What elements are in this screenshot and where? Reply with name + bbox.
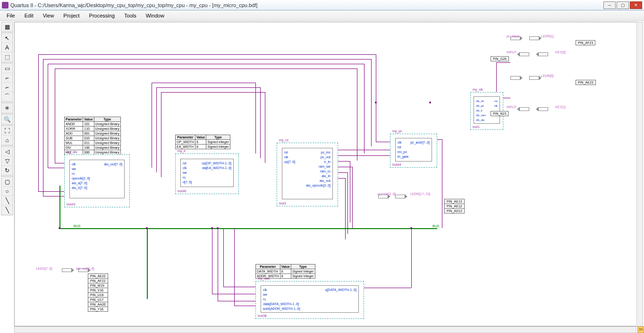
pin-group-right: PIN_AE13 PIN_AE12 PIN_AD12 bbox=[444, 199, 465, 213]
pin-group-left: PIN_AE22 PIN_AF22 PIN_W19 PIN_V18 PIN_U1… bbox=[88, 273, 108, 312]
wire bbox=[338, 155, 390, 156]
ir-param-table: ParameterValueType OP_WIDTH8Signed Integ… bbox=[175, 135, 230, 149]
menubar: File Edit View Project Processing Tools … bbox=[0, 10, 644, 21]
wire bbox=[437, 139, 442, 140]
line-tool[interactable]: ╲ bbox=[1, 196, 13, 205]
menu-file[interactable]: File bbox=[2, 13, 20, 18]
dline-tool[interactable]: ╲ bbox=[1, 205, 13, 215]
node bbox=[375, 102, 377, 103]
wire bbox=[223, 287, 255, 287]
tool-icon-button[interactable]: ▦ bbox=[1, 22, 13, 32]
circle-tool[interactable]: ○ bbox=[1, 187, 13, 196]
schematic-canvas[interactable]: ParameterValueType ANDD101Unsigned Binar… bbox=[15, 22, 643, 326]
wire bbox=[234, 306, 255, 306]
close-button[interactable]: ✕ bbox=[630, 1, 642, 9]
fit-tool[interactable]: ⛶ bbox=[1, 126, 13, 136]
input-pin-icon bbox=[529, 107, 548, 111]
pc-block[interactable]: my_pc clk rst inc_pc tri_gate pc_addr[7.… bbox=[390, 134, 437, 168]
wire bbox=[364, 64, 364, 154]
ledr1-label: LEDR[1] bbox=[541, 34, 553, 38]
arc-tool[interactable]: ⌒ bbox=[1, 92, 13, 102]
key1-label: KEY[1] bbox=[555, 105, 566, 109]
node bbox=[429, 102, 431, 103]
wire bbox=[161, 92, 265, 93]
output-pin-icon bbox=[510, 76, 529, 80]
diag-line-tool[interactable]: ⌐ bbox=[1, 83, 13, 92]
vertical-scrollbar[interactable] bbox=[636, 22, 643, 326]
rotate-tool[interactable]: ↻ bbox=[1, 166, 13, 175]
opcode-label: opcode[2..0] bbox=[377, 192, 396, 196]
wire bbox=[338, 178, 345, 179]
aluout-label: alu_out[7..0] bbox=[76, 267, 94, 270]
side-toolbar: ▦ ↖ A ⬚ ▭ ⌐ ⌐ ⌒ ✳ 🔍 ⛶ ⌂ ◁ ▽ ↻ ▢ ○ ╲ ╲ bbox=[1, 22, 13, 215]
pin-g26: PIN_G26 bbox=[491, 56, 509, 61]
wire bbox=[223, 228, 224, 287]
key0-label: KEY[0] bbox=[555, 51, 566, 54]
menu-tools[interactable]: Tools bbox=[119, 13, 141, 18]
bus-wire bbox=[59, 228, 437, 229]
wire bbox=[357, 68, 357, 161]
flip-h-tool[interactable]: ◁ bbox=[1, 147, 13, 156]
bus-wire bbox=[59, 186, 60, 228]
wire bbox=[218, 228, 218, 301]
zoom-target-icon[interactable]: ✳ bbox=[1, 103, 13, 113]
menu-edit[interactable]: Edit bbox=[20, 13, 38, 18]
ledr0-label: LEDR[0] bbox=[541, 74, 553, 77]
maximize-button[interactable]: ▢ bbox=[617, 1, 629, 9]
wire bbox=[345, 178, 346, 239]
pin-af23: PIN_AF23 bbox=[576, 40, 595, 45]
wire bbox=[152, 83, 255, 83]
wire bbox=[55, 68, 55, 163]
wire bbox=[152, 83, 152, 168]
node bbox=[410, 227, 412, 229]
alu-block[interactable]: my_alu clk we ro opcode[2..0] alu_a[7..0… bbox=[64, 154, 130, 207]
window-title: Quartus II - C:/Users/Karma_wjc/Desktop/… bbox=[10, 2, 257, 8]
ledg-label: LEDG[7..0] bbox=[36, 267, 52, 270]
wire bbox=[338, 150, 390, 150]
pointer-tool[interactable]: ↖ bbox=[1, 34, 13, 43]
wire bbox=[364, 288, 411, 288]
text-tool[interactable]: A bbox=[1, 43, 13, 52]
cc-block[interactable]: my_cc rst clk op[7..0] pc_inc pc_out ir_… bbox=[277, 143, 338, 206]
menu-view[interactable]: View bbox=[38, 13, 59, 18]
wire bbox=[442, 139, 442, 228]
corner-indicator: 35 bbox=[637, 326, 644, 333]
ir-block[interactable]: my_ir rst clk we ro d[7..0] op[OP_WIDTH-… bbox=[175, 154, 239, 194]
flip-v-tool[interactable]: ▽ bbox=[1, 156, 13, 166]
pin-n23: PIN_N23 bbox=[491, 111, 508, 116]
wire bbox=[161, 92, 161, 177]
wire bbox=[338, 167, 352, 167]
menu-window[interactable]: Window bbox=[141, 13, 169, 18]
bus-wire bbox=[147, 228, 148, 299]
wire bbox=[55, 163, 64, 163]
menu-project[interactable]: Project bbox=[59, 13, 84, 18]
home-tool[interactable]: ⌂ bbox=[1, 136, 13, 145]
wire bbox=[411, 228, 412, 288]
node bbox=[146, 227, 148, 229]
wire bbox=[43, 59, 371, 60]
input-label: INPUT bbox=[507, 51, 517, 54]
wire bbox=[43, 196, 64, 196]
zoom-tool[interactable]: 🔍 bbox=[1, 115, 13, 124]
pcinput-label: pc_input bbox=[507, 34, 519, 38]
wire bbox=[156, 87, 260, 88]
symbol-tool[interactable]: ⬚ bbox=[1, 52, 13, 62]
box-tool[interactable]: ▢ bbox=[1, 177, 13, 187]
grid: ParameterValueType ANDD101Unsigned Binar… bbox=[15, 22, 643, 326]
wire bbox=[352, 167, 353, 228]
pin-ae23: PIN_AE23 bbox=[576, 80, 596, 85]
titlebar: Quartus II - C:/Users/Karma_wjc/Desktop/… bbox=[0, 0, 644, 10]
wire bbox=[55, 68, 357, 69]
node bbox=[59, 227, 60, 229]
menu-processing[interactable]: Processing bbox=[85, 13, 119, 18]
input-pin-icon bbox=[529, 52, 548, 56]
horizontal-scrollbar[interactable] bbox=[14, 326, 636, 333]
wire bbox=[234, 228, 235, 306]
orth-line-tool[interactable]: ⌐ bbox=[1, 73, 13, 83]
wire bbox=[260, 87, 261, 158]
rect-tool[interactable]: ▭ bbox=[1, 64, 13, 73]
wire bbox=[212, 294, 255, 294]
wire bbox=[338, 172, 347, 173]
ram-block[interactable]: my_ram clk we ro data[DATA_WIDTH-1..0] a… bbox=[255, 281, 364, 319]
minimize-button[interactable]: ─ bbox=[603, 1, 616, 9]
